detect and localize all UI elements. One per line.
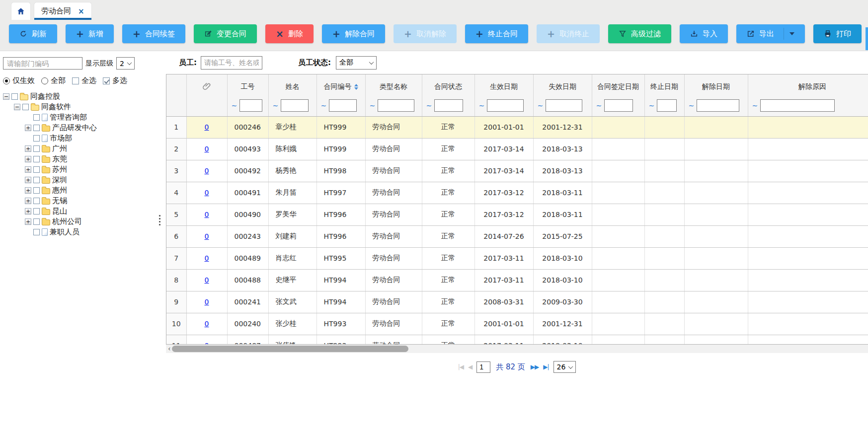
table-row[interactable]: 10000246章少桂HT999劳动合同正常2001-01-012001-12-… bbox=[166, 116, 868, 138]
table-row[interactable]: 100000240张少桂HT993劳动合同正常2001-01-012001-12… bbox=[166, 313, 868, 335]
contract-release-button[interactable]: +解除合同 bbox=[322, 24, 385, 43]
tree-item-label[interactable]: 惠州 bbox=[52, 186, 67, 195]
attachment-count-link[interactable]: 0 bbox=[205, 167, 209, 175]
filter-input-empno[interactable] bbox=[239, 99, 262, 112]
filter-input-end[interactable] bbox=[546, 99, 582, 112]
tab-labor-contract[interactable]: 劳动合同 × bbox=[34, 2, 92, 20]
filter-input-name[interactable] bbox=[281, 99, 309, 112]
tree-checkbox[interactable] bbox=[33, 229, 40, 235]
tree-item[interactable]: +昆山 bbox=[3, 206, 158, 216]
tree-item[interactable]: +东莞 bbox=[3, 154, 158, 164]
filter-input-reason[interactable] bbox=[760, 99, 835, 112]
tree-item[interactable]: 兼职人员 bbox=[3, 227, 158, 237]
attachment-count-link[interactable]: 0 bbox=[205, 123, 209, 131]
tree-checkbox[interactable] bbox=[33, 135, 40, 142]
tree-item-label[interactable]: 管理咨询部 bbox=[50, 113, 87, 122]
expand-plus-icon[interactable]: + bbox=[25, 156, 31, 162]
table-row[interactable]: 20000493陈利娥HT999劳动合同正常2017-03-142018-03-… bbox=[166, 138, 868, 160]
tree-item[interactable]: +杭州公司 bbox=[3, 216, 158, 227]
select-all-checkbox[interactable] bbox=[72, 77, 79, 84]
tree-item[interactable]: +惠州 bbox=[3, 185, 158, 196]
advanced-filter-button[interactable]: 高级过滤 bbox=[608, 24, 671, 43]
table-row[interactable]: 90000241张文武HT994劳动合同正常2008-03-312009-03-… bbox=[166, 291, 868, 313]
tree-item[interactable]: +广州 bbox=[3, 144, 158, 154]
table-row[interactable]: 110000487张伟锋HT993劳动合同正常2017-03-112018-03… bbox=[166, 335, 868, 345]
tree-item[interactable]: +苏州 bbox=[3, 164, 158, 175]
contract-renew-button[interactable]: +合同续签 bbox=[122, 24, 185, 43]
attachment-count-link[interactable]: 0 bbox=[205, 232, 209, 240]
horizontal-scrollbar[interactable]: ‹ bbox=[166, 345, 868, 353]
tree-checkbox[interactable] bbox=[22, 104, 29, 110]
filter-input-start[interactable] bbox=[487, 99, 524, 112]
tree-item[interactable]: 管理咨询部 bbox=[3, 112, 158, 123]
tree-checkbox[interactable] bbox=[11, 93, 18, 100]
tree-item-label[interactable]: 兼职人员 bbox=[50, 227, 79, 237]
export-button[interactable]: 导出 bbox=[736, 24, 805, 43]
dropdown-caret-icon[interactable] bbox=[789, 32, 794, 38]
filter-input-terminate[interactable] bbox=[657, 99, 677, 112]
contract-change-button[interactable]: 变更合同 bbox=[194, 24, 257, 43]
page-number-input[interactable] bbox=[476, 361, 490, 373]
filter-input-type[interactable] bbox=[378, 99, 414, 112]
tree-item-label[interactable]: 广州 bbox=[52, 144, 67, 153]
table-row[interactable]: 30000492杨秀艳HT998劳动合同正常2017-03-142018-03-… bbox=[166, 160, 868, 182]
collapse-minus-icon[interactable]: − bbox=[14, 104, 20, 110]
table-row[interactable]: 40000491朱月笛HT997劳动合同正常2017-03-122018-03-… bbox=[166, 182, 868, 204]
print-button[interactable]: 打印 bbox=[813, 24, 862, 43]
expand-plus-icon[interactable]: + bbox=[25, 145, 31, 152]
tree-item-label[interactable]: 昆山 bbox=[52, 207, 67, 216]
add-button[interactable]: +新增 bbox=[66, 24, 114, 43]
tab-home[interactable] bbox=[11, 2, 31, 20]
expand-plus-icon[interactable]: + bbox=[25, 198, 31, 204]
tree-checkbox[interactable] bbox=[33, 156, 40, 162]
tree-item-label[interactable]: 无锡 bbox=[52, 196, 67, 206]
filter-input-contract_no[interactable] bbox=[329, 99, 357, 112]
page-size-select[interactable]: 26 bbox=[553, 361, 576, 373]
table-row[interactable]: 60000243刘建莉HT996劳动合同正常2014-07-262015-07-… bbox=[166, 225, 868, 247]
scroll-left-icon[interactable]: ‹ bbox=[168, 345, 171, 353]
tree-item-label[interactable]: 产品研发中心 bbox=[52, 123, 97, 133]
horizontal-scrollbar-thumb[interactable] bbox=[172, 346, 408, 352]
tree-checkbox[interactable] bbox=[33, 218, 40, 225]
tree-item-label[interactable]: 同鑫控股 bbox=[30, 92, 60, 101]
attachment-count-link[interactable]: 0 bbox=[205, 320, 209, 328]
sort-icon[interactable] bbox=[354, 84, 358, 90]
splitter-handle[interactable] bbox=[158, 51, 162, 431]
delete-button[interactable]: ×删除 bbox=[265, 24, 314, 43]
dept-code-input[interactable] bbox=[3, 57, 82, 70]
tree-checkbox[interactable] bbox=[33, 166, 40, 173]
multi-select-checkbox[interactable] bbox=[103, 77, 110, 84]
tree-item-label[interactable]: 苏州 bbox=[52, 165, 67, 174]
tree-item-label[interactable]: 杭州公司 bbox=[52, 217, 82, 226]
tree-checkbox[interactable] bbox=[33, 177, 40, 183]
employee-search-input[interactable] bbox=[201, 56, 262, 70]
table-row[interactable]: 80000488史继平HT994劳动合同正常2017-03-112018-03-… bbox=[166, 269, 868, 291]
table-row[interactable]: 70000489肖志红HT995劳动合同正常2017-03-112018-03-… bbox=[166, 247, 868, 269]
tree-item-label[interactable]: 东莞 bbox=[52, 154, 67, 164]
filter-input-release[interactable] bbox=[697, 99, 739, 112]
attachment-count-link[interactable]: 0 bbox=[205, 254, 209, 262]
table-row[interactable]: 50000490罗美华HT996劳动合同正常2017-03-122018-03-… bbox=[166, 204, 868, 225]
attachment-count-link[interactable]: 0 bbox=[205, 189, 209, 197]
tree-item-label[interactable]: 同鑫软件 bbox=[41, 102, 71, 112]
tree-checkbox[interactable] bbox=[33, 198, 40, 204]
vertical-scrollbar-thumb[interactable] bbox=[866, 27, 868, 50]
next-page-button[interactable]: ▶▶ bbox=[531, 363, 539, 370]
refresh-button[interactable]: 刷新 bbox=[9, 24, 57, 43]
tab-close-icon[interactable]: × bbox=[78, 7, 84, 16]
expand-plus-icon[interactable]: + bbox=[25, 218, 31, 225]
tree-checkbox[interactable] bbox=[33, 125, 40, 131]
attachment-count-link[interactable]: 0 bbox=[205, 211, 209, 218]
collapse-minus-icon[interactable]: − bbox=[3, 93, 9, 100]
expand-plus-icon[interactable]: + bbox=[25, 208, 31, 215]
filter-input-sign[interactable] bbox=[604, 99, 633, 112]
tree-item[interactable]: −同鑫控股 bbox=[3, 91, 158, 102]
attachment-count-link[interactable]: 0 bbox=[205, 298, 209, 306]
expand-plus-icon[interactable]: + bbox=[25, 125, 31, 131]
tree-item-label[interactable]: 深圳 bbox=[52, 175, 67, 185]
tree-checkbox[interactable] bbox=[33, 114, 40, 121]
tree-checkbox[interactable] bbox=[33, 208, 40, 215]
last-page-button[interactable]: ▶| bbox=[543, 363, 549, 370]
tree-item[interactable]: +产品研发中心 bbox=[3, 123, 158, 133]
tree-checkbox[interactable] bbox=[33, 187, 40, 194]
